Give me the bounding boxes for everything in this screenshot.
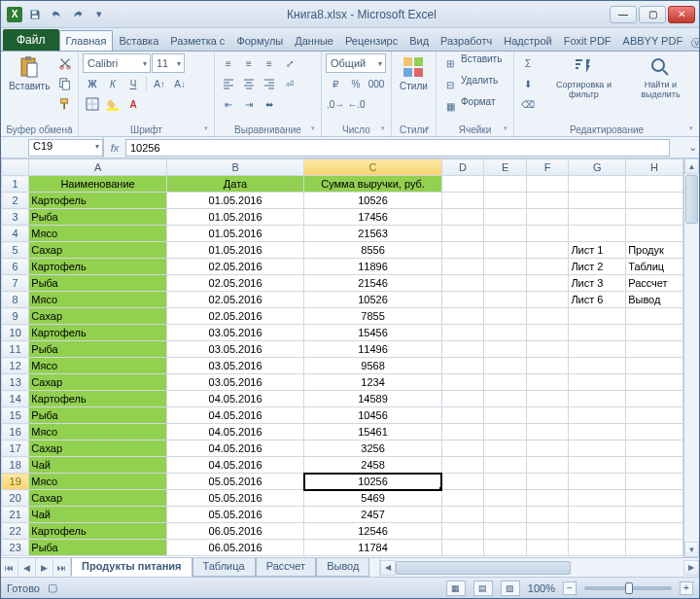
tab-data[interactable]: Данные bbox=[289, 31, 339, 51]
row-header-4[interactable]: 4 bbox=[2, 226, 29, 242]
cell-H2[interactable] bbox=[626, 193, 683, 209]
cell-D3[interactable] bbox=[441, 209, 484, 226]
cell-B2[interactable]: 01.05.2016 bbox=[166, 193, 304, 209]
row-header-22[interactable]: 22 bbox=[2, 523, 29, 540]
sort-filter-button[interactable]: Сортировка и фильтр bbox=[543, 53, 624, 102]
row-header-20[interactable]: 20 bbox=[2, 490, 29, 507]
cell-H19[interactable] bbox=[626, 474, 683, 490]
cell-E10[interactable] bbox=[484, 325, 527, 341]
cell-F23[interactable] bbox=[526, 540, 569, 556]
cell-E6[interactable] bbox=[484, 259, 527, 275]
merge-button[interactable]: ⬌ bbox=[260, 94, 279, 114]
cell-A1[interactable]: Наименование bbox=[29, 176, 167, 193]
styles-button[interactable]: Стили bbox=[396, 53, 432, 93]
cell-C14[interactable]: 14589 bbox=[304, 391, 442, 407]
cell-A5[interactable]: Сахар bbox=[29, 242, 167, 259]
col-header-C[interactable]: C bbox=[304, 159, 442, 176]
scroll-right-button[interactable]: ▶ bbox=[683, 560, 699, 576]
borders-button[interactable] bbox=[83, 94, 102, 114]
cell-H3[interactable] bbox=[626, 209, 683, 226]
cell-F3[interactable] bbox=[526, 209, 569, 226]
cell-C21[interactable]: 2457 bbox=[304, 507, 442, 523]
cell-C7[interactable]: 21546 bbox=[304, 275, 442, 292]
cells-format-button[interactable]: ▦Формат bbox=[440, 96, 496, 116]
cell-E14[interactable] bbox=[484, 391, 527, 407]
cell-H1[interactable] bbox=[626, 176, 683, 193]
ribbon-minimize-icon[interactable]: ⓥ bbox=[688, 35, 700, 51]
cell-E5[interactable] bbox=[484, 242, 527, 259]
zoom-out-button[interactable]: − bbox=[563, 581, 577, 595]
row-header-3[interactable]: 3 bbox=[2, 209, 29, 226]
cell-H5[interactable]: Продук bbox=[626, 242, 683, 259]
cell-G13[interactable] bbox=[569, 374, 626, 391]
cell-D12[interactable] bbox=[441, 358, 484, 374]
cell-F8[interactable] bbox=[526, 292, 569, 308]
bold-button[interactable]: Ж bbox=[83, 74, 102, 93]
tab-insert[interactable]: Вставка bbox=[113, 31, 164, 51]
cell-B8[interactable]: 02.05.2016 bbox=[166, 292, 304, 308]
cell-G3[interactable] bbox=[569, 209, 626, 226]
italic-button[interactable]: К bbox=[103, 74, 122, 93]
close-button[interactable]: ✕ bbox=[668, 6, 695, 23]
cell-C9[interactable]: 7855 bbox=[304, 308, 442, 325]
row-header-14[interactable]: 14 bbox=[2, 391, 29, 407]
cell-B14[interactable]: 04.05.2016 bbox=[166, 391, 304, 407]
cell-D22[interactable] bbox=[441, 523, 484, 540]
cell-E8[interactable] bbox=[484, 292, 527, 308]
cell-D19[interactable] bbox=[441, 474, 484, 490]
cell-H11[interactable] bbox=[626, 341, 683, 358]
col-header-A[interactable]: A bbox=[29, 159, 167, 176]
cell-D8[interactable] bbox=[441, 292, 484, 308]
cell-G10[interactable] bbox=[569, 325, 626, 341]
scroll-left-button[interactable]: ◀ bbox=[380, 560, 396, 576]
cell-F21[interactable] bbox=[526, 507, 569, 523]
view-pagebreak-button[interactable]: ▧ bbox=[501, 581, 520, 596]
cell-A3[interactable]: Рыба bbox=[29, 209, 167, 226]
row-header-12[interactable]: 12 bbox=[2, 358, 29, 374]
align-middle-button[interactable]: ≡ bbox=[239, 53, 259, 73]
cell-E16[interactable] bbox=[484, 424, 527, 440]
cell-C19[interactable]: 10256 bbox=[304, 474, 442, 490]
redo-button[interactable] bbox=[69, 6, 87, 23]
undo-button[interactable] bbox=[48, 6, 65, 23]
tab-home[interactable]: Главная bbox=[59, 30, 114, 51]
row-header-9[interactable]: 9 bbox=[2, 308, 29, 325]
cell-A14[interactable]: Картофель bbox=[29, 391, 167, 407]
cell-G2[interactable] bbox=[569, 193, 626, 209]
cell-G6[interactable]: Лист 2 bbox=[569, 259, 626, 275]
sheet-tab-0[interactable]: Продукты питания bbox=[71, 558, 192, 577]
cells-delete-button[interactable]: ⊟Удалить bbox=[440, 75, 498, 94]
cell-B20[interactable]: 05.05.2016 bbox=[166, 490, 304, 507]
cell-E23[interactable] bbox=[484, 540, 527, 556]
name-box[interactable]: C19 bbox=[28, 139, 103, 157]
sheet-tab-3[interactable]: Вывод bbox=[316, 558, 369, 577]
cell-C6[interactable]: 11896 bbox=[304, 259, 442, 275]
row-header-21[interactable]: 21 bbox=[2, 507, 29, 523]
cell-C12[interactable]: 9568 bbox=[304, 358, 442, 374]
row-header-10[interactable]: 10 bbox=[2, 325, 29, 341]
cell-E1[interactable] bbox=[484, 176, 527, 193]
autosum-button[interactable]: Σ bbox=[518, 53, 538, 73]
view-normal-button[interactable]: ▦ bbox=[446, 581, 466, 596]
row-header-16[interactable]: 16 bbox=[2, 424, 29, 440]
file-tab[interactable]: Файл bbox=[3, 29, 59, 51]
cell-A13[interactable]: Сахар bbox=[29, 374, 167, 391]
sheet-nav-prev-button[interactable]: ◀ bbox=[18, 558, 36, 577]
zoom-in-button[interactable]: + bbox=[680, 581, 693, 595]
cell-D5[interactable] bbox=[441, 242, 484, 259]
increase-indent-button[interactable]: ⇥ bbox=[239, 94, 259, 114]
row-header-2[interactable]: 2 bbox=[2, 193, 29, 209]
cell-F4[interactable] bbox=[526, 226, 569, 242]
cell-B7[interactable]: 02.05.2016 bbox=[166, 275, 304, 292]
cell-B18[interactable]: 04.05.2016 bbox=[166, 457, 304, 474]
cell-E15[interactable] bbox=[484, 407, 527, 424]
cell-F19[interactable] bbox=[526, 474, 569, 490]
align-right-button[interactable] bbox=[260, 74, 279, 93]
col-header-F[interactable]: F bbox=[526, 159, 569, 176]
cell-C18[interactable]: 2458 bbox=[304, 457, 442, 474]
cell-A15[interactable]: Рыба bbox=[29, 407, 167, 424]
underline-button[interactable]: Ч bbox=[123, 74, 143, 93]
sheet-nav-next-button[interactable]: ▶ bbox=[36, 558, 53, 577]
cell-C13[interactable]: 1234 bbox=[304, 374, 442, 391]
decrease-decimal-button[interactable]: ←.0 bbox=[346, 94, 366, 114]
